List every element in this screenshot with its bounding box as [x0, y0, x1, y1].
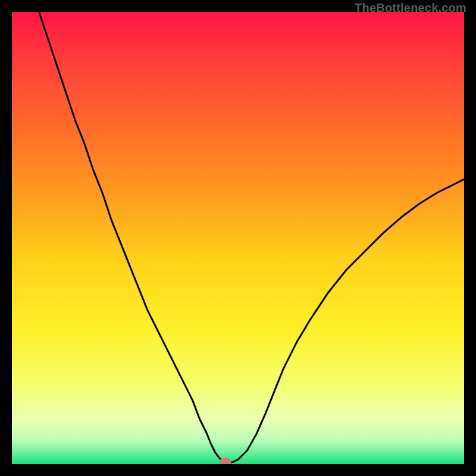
chart-plot-area — [12, 12, 464, 464]
chart-background-gradient — [12, 12, 464, 464]
chart-svg — [12, 12, 464, 464]
watermark-text: TheBottleneck.com — [355, 1, 466, 15]
chart-outer-frame: TheBottleneck.com — [0, 0, 476, 476]
